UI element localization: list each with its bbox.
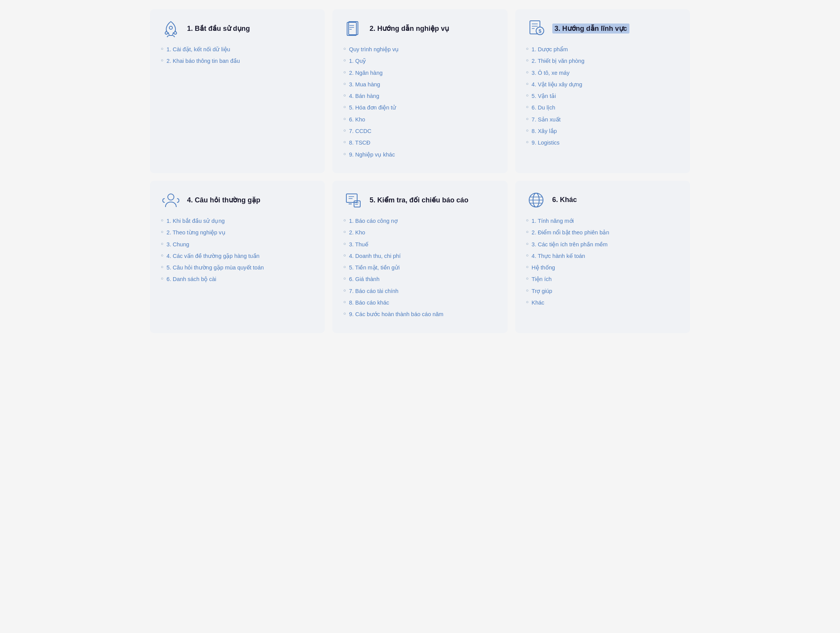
list-item: 3. Các tiện ích trên phần mềm: [526, 241, 679, 248]
list-item: 2. Theo từng nghiệp vụ: [161, 229, 314, 236]
list-item: 1. Tính năng mới: [526, 217, 679, 225]
list-item: 4. Bán hàng: [343, 92, 496, 100]
card-5-item-1[interactable]: 1. Báo cáo công nợ: [349, 217, 398, 225]
list-item: 8. Báo cáo khác: [343, 299, 496, 306]
card-3: $ 3. Hướng dẫn lĩnh vực1. Dược phẩm2. Th…: [515, 9, 690, 173]
card-5-item-6[interactable]: 6. Giá thành: [349, 275, 380, 283]
document-money-icon: $: [526, 19, 546, 39]
card-4-list: 1. Khi bắt đầu sử dụng2. Theo từng nghiệ…: [161, 217, 314, 283]
list-item: 4. Vật liệu xây dựng: [526, 81, 679, 88]
list-item: 4. Các vấn đề thường gặp hàng tuần: [161, 252, 314, 260]
list-item: 5. Tiền mặt, tiền gửi: [343, 264, 496, 271]
list-item: Hệ thống: [526, 264, 679, 271]
card-6-item-4[interactable]: 4. Thực hành kế toán: [531, 252, 585, 260]
card-5-list: 1. Báo cáo công nợ2. Kho3. Thuế4. Doanh …: [343, 217, 496, 318]
card-1-item-1[interactable]: 1. Cài đặt, kết nối dữ liệu: [167, 45, 230, 53]
card-3-item-8[interactable]: 8. Xây lắp: [531, 127, 557, 135]
card-1: 1. Bắt đầu sử dụng1. Cài đặt, kết nối dữ…: [150, 9, 325, 173]
card-6-list: 1. Tính năng mới2. Điểm nổi bật theo phi…: [526, 217, 679, 306]
card-5-item-4[interactable]: 4. Doanh thu, chi phí: [349, 252, 401, 260]
card-4-header: 4. Câu hỏi thường gặp: [161, 190, 314, 210]
card-1-item-2[interactable]: 2. Khai báo thông tin ban đầu: [167, 57, 240, 65]
list-item: 4. Doanh thu, chi phí: [343, 252, 496, 260]
card-6-item-5[interactable]: Hệ thống: [531, 264, 555, 271]
card-5-item-2[interactable]: 2. Kho: [349, 229, 365, 236]
list-item: 9. Logistics: [526, 139, 679, 146]
list-item: 3. Thuế: [343, 241, 496, 248]
list-item: 7. CCDC: [343, 127, 496, 135]
card-4-item-3[interactable]: 3. Chung: [167, 241, 189, 248]
card-2-header: 2. Hướng dẫn nghiệp vụ: [343, 19, 496, 39]
card-2-title: 2. Hướng dẫn nghiệp vụ: [369, 24, 449, 33]
card-5-item-9[interactable]: 9. Các bước hoàn thành báo cáo năm: [349, 310, 444, 318]
card-6-title: 6. Khác: [552, 196, 577, 204]
card-6-header: 6. Khác: [526, 190, 679, 210]
card-3-item-6[interactable]: 6. Du lịch: [531, 104, 555, 111]
list-item: Tiện ích: [526, 275, 679, 283]
list-item: 1. Quỹ: [343, 57, 496, 65]
list-item: 6. Kho: [343, 116, 496, 123]
list-item: 6. Du lịch: [526, 104, 679, 111]
card-6-item-8[interactable]: Khác: [531, 299, 544, 306]
card-6-item-1[interactable]: 1. Tính năng mới: [531, 217, 574, 225]
card-5-item-7[interactable]: 7. Báo cáo tài chính: [349, 287, 398, 295]
card-1-header: 1. Bắt đầu sử dụng: [161, 19, 314, 39]
card-3-item-1[interactable]: 1. Dược phẩm: [531, 45, 568, 53]
card-2-item-1[interactable]: Quy trình nghiệp vụ: [349, 45, 399, 53]
card-3-item-9[interactable]: 9. Logistics: [531, 139, 560, 146]
list-item: 1. Cài đặt, kết nối dữ liệu: [161, 45, 314, 53]
list-item: Quy trình nghiệp vụ: [343, 45, 496, 53]
card-2-item-6[interactable]: 5. Hóa đơn điện tử: [349, 104, 396, 111]
rocket-icon: [161, 19, 181, 39]
card-6: 6. Khác1. Tính năng mới2. Điểm nổi bật t…: [515, 181, 690, 333]
list-item: 9. Các bước hoàn thành báo cáo năm: [343, 310, 496, 318]
book-icon: [343, 19, 363, 39]
card-6-item-7[interactable]: Trợ giúp: [531, 287, 552, 295]
card-6-item-6[interactable]: Tiện ích: [531, 275, 552, 283]
card-3-item-7[interactable]: 7. Sản xuất: [531, 116, 560, 123]
card-2-item-7[interactable]: 6. Kho: [349, 116, 365, 123]
card-3-item-5[interactable]: 5. Vận tải: [531, 92, 556, 100]
list-item: 3. Mua hàng: [343, 81, 496, 88]
card-4-item-5[interactable]: 5. Câu hỏi thường gặp mùa quyết toán: [167, 264, 264, 271]
card-2-item-8[interactable]: 7. CCDC: [349, 127, 371, 135]
card-6-item-2[interactable]: 2. Điểm nổi bật theo phiên bản: [531, 229, 609, 236]
list-item: 7. Sản xuất: [526, 116, 679, 123]
card-2-item-2[interactable]: 1. Quỹ: [349, 57, 366, 65]
list-item: 1. Báo cáo công nợ: [343, 217, 496, 225]
list-item: 2. Khai báo thông tin ban đầu: [161, 57, 314, 65]
list-item: 6. Danh sách bộ cài: [161, 275, 314, 283]
card-2-item-5[interactable]: 4. Bán hàng: [349, 92, 379, 100]
list-item: 4. Thực hành kế toán: [526, 252, 679, 260]
list-item: Khác: [526, 299, 679, 306]
card-5-item-5[interactable]: 5. Tiền mặt, tiền gửi: [349, 264, 400, 271]
card-5: 5. Kiểm tra, đối chiếu báo cáo1. Báo cáo…: [332, 181, 507, 333]
list-item: 1. Dược phẩm: [526, 45, 679, 53]
card-2-item-4[interactable]: 3. Mua hàng: [349, 81, 380, 88]
card-5-item-3[interactable]: 3. Thuế: [349, 241, 368, 248]
card-3-item-2[interactable]: 2. Thiết bị văn phòng: [531, 57, 584, 65]
list-item: 8. TSCĐ: [343, 139, 496, 146]
card-3-header: $ 3. Hướng dẫn lĩnh vực: [526, 19, 679, 39]
card-4-item-1[interactable]: 1. Khi bắt đầu sử dụng: [167, 217, 225, 225]
card-2-item-3[interactable]: 2. Ngân hàng: [349, 69, 383, 77]
list-item: 7. Báo cáo tài chính: [343, 287, 496, 295]
card-4-item-6[interactable]: 6. Danh sách bộ cài: [167, 275, 216, 283]
report-device-icon: [343, 190, 363, 210]
list-item: 2. Ngân hàng: [343, 69, 496, 77]
card-5-item-8[interactable]: 8. Báo cáo khác: [349, 299, 389, 306]
card-6-item-3[interactable]: 3. Các tiện ích trên phần mềm: [531, 241, 607, 248]
list-item: 8. Xây lắp: [526, 127, 679, 135]
card-4-item-2[interactable]: 2. Theo từng nghiệp vụ: [167, 229, 226, 236]
card-3-item-4[interactable]: 4. Vật liệu xây dựng: [531, 81, 582, 88]
card-1-title: 1. Bắt đầu sử dụng: [187, 24, 250, 33]
card-2-item-9[interactable]: 8. TSCĐ: [349, 139, 370, 146]
card-2-item-10[interactable]: 9. Nghiệp vụ khác: [349, 151, 395, 158]
card-4-item-4[interactable]: 4. Các vấn đề thường gặp hàng tuần: [167, 252, 260, 260]
card-3-item-3[interactable]: 3. Ô tô, xe máy: [531, 69, 569, 77]
card-5-header: 5. Kiểm tra, đối chiếu báo cáo: [343, 190, 496, 210]
card-4-title: 4. Câu hỏi thường gặp: [187, 196, 260, 204]
list-item: 2. Thiết bị văn phòng: [526, 57, 679, 65]
list-item: 9. Nghiệp vụ khác: [343, 151, 496, 158]
list-item: 3. Ô tô, xe máy: [526, 69, 679, 77]
